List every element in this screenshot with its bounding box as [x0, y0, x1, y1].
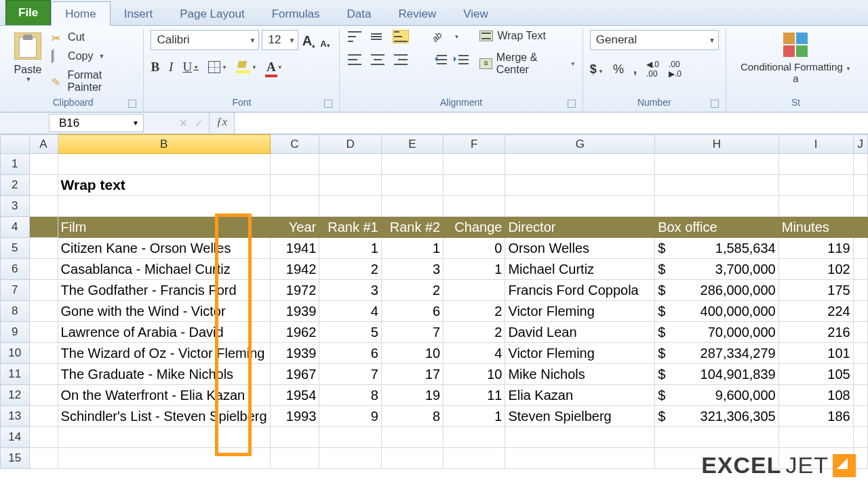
row-header-8[interactable]: 8 [1, 301, 30, 322]
cell-boxoffice[interactable]: $104,901,839 [655, 364, 779, 385]
cell-film[interactable]: Schindler's List - Steven Spielberg [58, 406, 270, 427]
formula-input[interactable] [234, 113, 868, 134]
row-header-12[interactable]: 12 [1, 385, 30, 406]
fx-icon[interactable]: ƒx [209, 113, 234, 134]
align-left-button[interactable] [347, 53, 363, 66]
cell-rank1[interactable]: 8 [319, 385, 381, 406]
underline-button[interactable]: U▼ [182, 60, 199, 75]
comma-format-button[interactable]: , [633, 62, 637, 77]
cell-change[interactable]: 10 [443, 364, 505, 385]
cell-change[interactable]: 11 [443, 385, 505, 406]
orientation-button[interactable] [432, 30, 447, 43]
cell-change[interactable]: 0 [443, 238, 505, 259]
cell-film[interactable]: The Godfather - Francis Ford [58, 280, 270, 301]
tab-formulas[interactable]: Formulas [258, 2, 334, 25]
tab-page-layout[interactable]: Page Layout [166, 2, 258, 25]
cell-change[interactable]: 2 [443, 322, 505, 343]
cell-rank1[interactable]: 2 [319, 259, 381, 280]
cell-year[interactable]: 1954 [270, 385, 319, 406]
cell-rank1[interactable]: 1 [319, 238, 381, 259]
alignment-dialog-launcher[interactable] [568, 100, 576, 108]
cell-director[interactable]: Michael Curtiz [505, 259, 655, 280]
paste-dropdown-icon[interactable]: ▼ [26, 76, 32, 83]
cell-rank2[interactable]: 6 [381, 301, 443, 322]
cell-boxoffice[interactable]: $321,306,305 [655, 406, 779, 427]
font-color-button[interactable]: A▼ [267, 60, 283, 75]
percent-format-button[interactable]: % [613, 62, 624, 77]
italic-button[interactable]: I [169, 60, 173, 75]
cut-button[interactable]: ✂Cut [52, 31, 136, 43]
font-name-combo[interactable]: Calibri▼ [151, 30, 259, 50]
increase-decimal-button[interactable]: ◀.0.00 [646, 60, 659, 79]
cell-change[interactable] [443, 280, 505, 301]
name-box[interactable]: B16▼ [49, 114, 144, 132]
cell-boxoffice[interactable]: $400,000,000 [655, 301, 779, 322]
cell-director[interactable]: Victor Fleming [505, 343, 655, 364]
cell-director[interactable]: Francis Ford Coppola [505, 280, 655, 301]
select-all-corner[interactable] [1, 135, 30, 154]
row-header-11[interactable]: 11 [1, 364, 30, 385]
cell-boxoffice[interactable]: $287,334,279 [655, 343, 779, 364]
cell-director[interactable]: Victor Fleming [505, 301, 655, 322]
paste-icon[interactable] [14, 33, 41, 60]
cell-rank2[interactable]: 8 [381, 406, 443, 427]
cell-change[interactable]: 1 [443, 406, 505, 427]
cell-rank1[interactable]: 5 [319, 322, 381, 343]
col-header-C[interactable]: C [270, 135, 319, 154]
cell-rank1[interactable]: 3 [319, 280, 381, 301]
cell-minutes[interactable]: 119 [778, 238, 853, 259]
conditional-formatting-button[interactable]: Conditional Formatting ▼ a [733, 30, 859, 94]
cell-minutes[interactable]: 101 [778, 343, 853, 364]
cell-year[interactable]: 1962 [270, 322, 319, 343]
row-header-6[interactable]: 6 [1, 259, 30, 280]
cell-rank1[interactable]: 4 [319, 301, 381, 322]
cell-year[interactable]: 1939 [270, 343, 319, 364]
cell-year[interactable]: 1972 [270, 280, 319, 301]
col-header-J[interactable]: J [853, 135, 867, 154]
col-header-B[interactable]: B [58, 135, 270, 154]
cell-minutes[interactable]: 105 [778, 364, 853, 385]
font-dialog-launcher[interactable] [324, 100, 332, 108]
cell-director[interactable]: David Lean [505, 322, 655, 343]
cell-year[interactable]: 1967 [270, 364, 319, 385]
tab-data[interactable]: Data [334, 2, 385, 25]
paste-button[interactable]: Paste [14, 64, 42, 76]
cell-rank1[interactable]: 9 [319, 406, 381, 427]
grow-font-button[interactable]: A▴ [301, 31, 316, 49]
align-middle-button[interactable] [370, 30, 386, 43]
row-header-15[interactable]: 15 [1, 448, 30, 469]
font-size-combo[interactable]: 12▼ [262, 30, 298, 50]
cell-year[interactable]: 1941 [270, 238, 319, 259]
cell-year[interactable]: 1993 [270, 406, 319, 427]
cell-director[interactable]: Steven Spielberg [505, 406, 655, 427]
worksheet-grid[interactable]: ABCDEFGHIJ12Wrap text34FilmYearRank #1Ra… [0, 134, 868, 488]
decrease-indent-button[interactable] [432, 54, 447, 66]
borders-button[interactable]: ▼ [208, 61, 227, 73]
tab-file[interactable]: File [5, 0, 51, 25]
cell-year[interactable]: 1942 [270, 259, 319, 280]
number-dialog-launcher[interactable] [711, 100, 719, 108]
tab-home[interactable]: Home [51, 1, 110, 26]
format-painter-button[interactable]: ✎Format Painter [52, 69, 136, 94]
cell-boxoffice[interactable]: $286,000,000 [655, 280, 779, 301]
cell-director[interactable]: Orson Welles [505, 238, 655, 259]
cell-rank2[interactable]: 1 [381, 238, 443, 259]
cell-minutes[interactable]: 108 [778, 385, 853, 406]
increase-indent-button[interactable] [454, 54, 469, 66]
bold-button[interactable]: B [151, 60, 159, 75]
col-header-D[interactable]: D [319, 135, 381, 154]
col-header-H[interactable]: H [655, 135, 779, 154]
align-center-button[interactable] [370, 53, 386, 66]
row-header-10[interactable]: 10 [1, 343, 30, 364]
cell-year[interactable]: 1939 [270, 301, 319, 322]
cell-boxoffice[interactable]: $3,700,000 [655, 259, 779, 280]
cell-rank1[interactable]: 7 [319, 364, 381, 385]
cell-minutes[interactable]: 175 [778, 280, 853, 301]
row-header-14[interactable]: 14 [1, 427, 30, 448]
cell-rank2[interactable]: 3 [381, 259, 443, 280]
row-header-5[interactable]: 5 [1, 238, 30, 259]
cell-change[interactable]: 4 [443, 343, 505, 364]
cell-boxoffice[interactable]: $70,000,000 [655, 322, 779, 343]
fill-color-button[interactable]: ▼ [237, 61, 257, 73]
cell-director[interactable]: Elia Kazan [505, 385, 655, 406]
